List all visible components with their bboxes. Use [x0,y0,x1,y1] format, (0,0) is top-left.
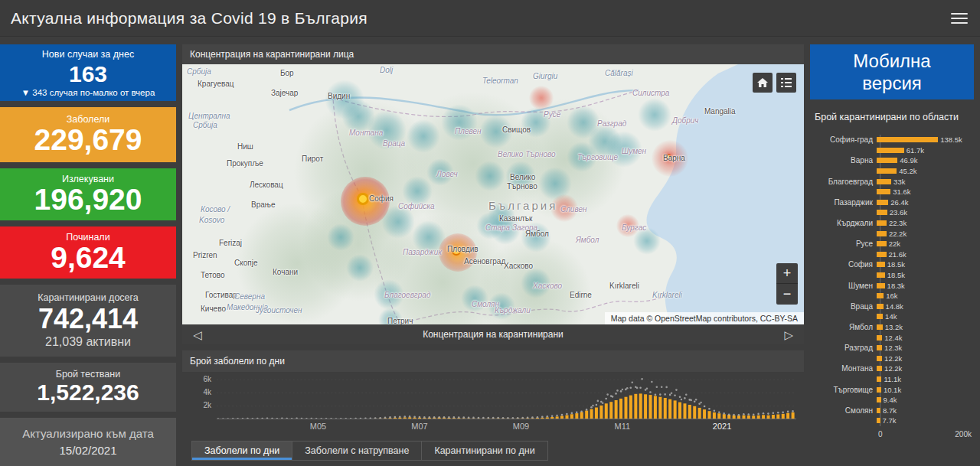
map-label: Ямбол [525,230,549,238]
region-label: Търговище [811,386,877,394]
stat-value: 196,920 [0,184,176,216]
region-bar [877,200,888,205]
map-label: България [488,199,557,212]
region-label: Пазарджик [811,198,877,207]
terrain-shade [293,99,439,244]
region-bar [877,293,884,298]
map-label: Асеновград [464,257,505,266]
region-value: 7.7k [883,416,897,425]
region-value: 31.6k [893,187,910,196]
region-value: 18.3k [887,282,905,290]
home-extent-button[interactable] [753,73,773,93]
layer-list-button[interactable] [776,73,796,93]
region-bar [877,137,938,142]
region-value: 22k [889,240,900,248]
region-value: 138.5k [940,135,962,144]
region-bar [877,148,904,153]
tab-daily-cases[interactable]: Заболели по дни [191,441,292,461]
region-label: Разград [811,344,877,352]
regions-chart-title: Брой карантинирани по области [815,112,974,122]
map-attribution[interactable]: Map data © OpenStreetMap contributors, C… [605,312,804,324]
map-label: Велико Търново [498,150,556,158]
region-value: 8.7k [883,406,897,415]
region-value: 46.9k [900,156,917,165]
map-label: Пирот [302,155,323,163]
region-bar-track: 18.5k [877,271,974,279]
x-tick: M09 [513,422,529,431]
quarantine-heatmap[interactable]: СрбијаКрагуевацБорЗајечарВидинDoljTeleor… [182,64,804,324]
region-value: 12.4k [884,334,902,342]
region-bar-track: 9.4k [877,396,974,404]
region-bar [877,262,885,267]
zoom-out-button[interactable]: − [776,284,798,305]
region-bar-track: 10.1k [877,386,974,394]
map-label: Хасково [504,262,533,270]
region-bar [877,168,897,174]
region-bar-track: 7.7k [877,416,974,425]
region-label: Смолян [811,406,877,415]
map-label: Kosovo [199,216,224,224]
map-label: Бор [280,69,294,77]
region-bar-track: 31.6k [877,187,974,196]
map-controls [753,73,796,93]
region-label: Русе [811,240,877,248]
region-value: 45.2k [899,167,916,175]
region-bar-track: 23.6k [877,208,974,217]
y-tick: 4k [193,388,211,396]
stat-delta: ▼ 343 случая по-малко от вчера [0,88,176,97]
map-label: Prizren [193,251,217,259]
map-label: Зајечар [271,89,298,97]
stat-value: 1,522,236 [0,380,176,406]
region-row: Кърджали22.3k [811,218,974,229]
map-label: Кочани [273,268,298,276]
axis-max: 200k [955,430,972,438]
stat-card-updated: Актуализирано към дата 15/02/2021 [0,418,176,466]
region-label: София-град [811,135,877,144]
region-bar [877,158,897,163]
map-label: Русе [544,110,560,119]
tab-daily-quarantined[interactable]: Карантинирани по дни [422,441,547,461]
region-bar [877,345,882,350]
stat-value: 229,679 [0,125,176,156]
map-label: Търново [507,182,537,191]
home-icon [757,78,768,88]
region-row: 45.2k [811,166,974,177]
carousel-next-icon[interactable]: ▷ [773,329,804,341]
menu-icon[interactable] [951,13,968,24]
map-label: Косово / [201,205,230,213]
region-label: Враца [811,302,877,311]
region-row: Монтана12.2k [811,363,974,374]
heat-blob [567,106,600,139]
region-value: 33k [893,178,905,186]
stat-label: Актуализирано към дата [0,427,176,440]
region-row: Смолян8.7k [811,405,974,415]
region-label: Варна [811,156,877,165]
region-label: София [811,260,877,269]
mobile-version-button[interactable]: Мобилна версия [810,44,974,99]
region-bar-track: 61.7k [877,146,974,155]
hotspot-marker[interactable] [357,193,369,205]
map-label: Благоевград [384,291,430,299]
stat-label: Нови случаи за днес [0,49,176,60]
y-tick: 2k [193,401,211,409]
region-bar-track: 14.8k [877,302,974,311]
region-bar [877,304,884,309]
map-label: Пловдив [447,245,479,253]
carousel-prev-icon[interactable]: ◁ [182,329,213,341]
page-title: Актуална информация за Covid 19 в Българ… [0,9,368,28]
heatmap-overlay: СрбијаКрагуевацБорЗајечарВидинDoljTeleor… [182,64,804,324]
region-bar-track: 26.4k [877,198,974,207]
region-row: 11.1k [811,374,974,385]
region-bar-track: 14k [877,312,974,321]
map-label: Ямбол [576,236,599,244]
region-bar [877,283,885,288]
map-label: Видин [328,92,350,100]
zoom-in-button[interactable]: + [776,263,798,284]
map-label: Călărași [605,69,633,77]
region-bar-track: 12.4k [877,334,974,342]
region-row: 61.7k [811,145,974,156]
map-label: Добрич [672,116,699,125]
tab-cumulative-cases[interactable]: Заболели с натрупване [292,441,422,461]
heat-blob [638,98,671,132]
map-label: Враца [383,139,405,148]
